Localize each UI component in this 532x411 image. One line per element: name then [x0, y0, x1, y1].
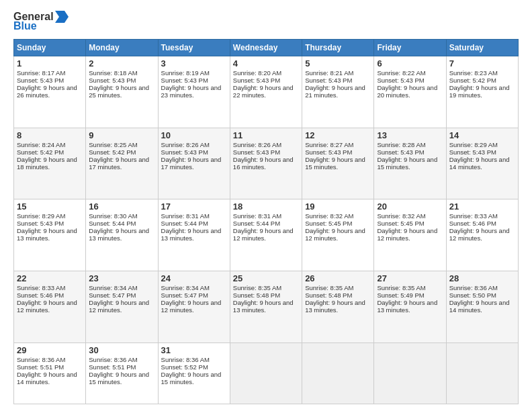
col-header-sunday: Sunday — [14, 40, 86, 56]
sunrise-label: Sunrise: 8:32 AM — [305, 212, 353, 220]
daylight-label: Daylight: 9 hours and 15 minutes. — [377, 156, 437, 171]
day-number: 4 — [233, 58, 299, 68]
daylight-label: Daylight: 9 hours and 17 minutes. — [89, 156, 149, 171]
day-number: 13 — [377, 130, 443, 140]
calendar-cell: 12Sunrise: 8:27 AMSunset: 5:43 PMDayligh… — [302, 128, 374, 199]
sunset-label: Sunset: 5:46 PM — [449, 220, 496, 227]
sunset-label: Sunset: 5:42 PM — [17, 148, 64, 156]
daylight-label: Daylight: 9 hours and 17 minutes. — [161, 156, 222, 171]
calendar-cell: 7Sunrise: 8:23 AMSunset: 5:42 PMDaylight… — [446, 56, 518, 128]
sunset-label: Sunset: 5:47 PM — [161, 291, 208, 299]
sunrise-label: Sunrise: 8:33 AM — [449, 212, 498, 220]
sunrise-label: Sunrise: 8:28 AM — [377, 141, 425, 148]
calendar-cell: 24Sunrise: 8:34 AMSunset: 5:47 PMDayligh… — [158, 271, 230, 343]
calendar-cell: 31Sunrise: 8:36 AMSunset: 5:52 PMDayligh… — [158, 342, 230, 404]
daylight-label: Daylight: 9 hours and 19 minutes. — [449, 84, 510, 99]
sunrise-label: Sunrise: 8:35 AM — [305, 284, 353, 291]
day-number: 1 — [17, 58, 83, 68]
sunrise-label: Sunrise: 8:24 AM — [17, 141, 65, 148]
sunrise-label: Sunrise: 8:22 AM — [377, 69, 425, 77]
col-header-wednesday: Wednesday — [230, 40, 302, 56]
day-number: 24 — [161, 273, 227, 283]
calendar-cell: 28Sunrise: 8:36 AMSunset: 5:50 PMDayligh… — [446, 271, 518, 343]
day-number: 10 — [161, 130, 227, 140]
calendar-cell: 14Sunrise: 8:29 AMSunset: 5:43 PMDayligh… — [446, 128, 518, 199]
calendar-cell: 6Sunrise: 8:22 AMSunset: 5:43 PMDaylight… — [374, 56, 446, 128]
day-number: 7 — [449, 58, 515, 68]
daylight-label: Daylight: 9 hours and 13 minutes. — [233, 299, 294, 314]
day-number: 3 — [161, 58, 227, 68]
daylight-label: Daylight: 9 hours and 14 minutes. — [449, 156, 510, 171]
sunrise-label: Sunrise: 8:20 AM — [233, 69, 281, 77]
day-number: 29 — [17, 345, 83, 355]
daylight-label: Daylight: 9 hours and 15 minutes. — [305, 156, 365, 171]
calendar-cell: 4Sunrise: 8:20 AMSunset: 5:43 PMDaylight… — [230, 56, 302, 128]
daylight-label: Daylight: 9 hours and 26 minutes. — [17, 84, 77, 99]
daylight-label: Daylight: 9 hours and 22 minutes. — [233, 84, 294, 99]
sunrise-label: Sunrise: 8:35 AM — [233, 284, 281, 291]
logo-container: General Blue — [13, 11, 69, 32]
day-number: 9 — [89, 130, 154, 140]
sunset-label: Sunset: 5:43 PM — [305, 148, 352, 156]
daylight-label: Daylight: 9 hours and 12 minutes. — [377, 227, 437, 242]
sunrise-label: Sunrise: 8:17 AM — [17, 69, 65, 77]
sunrise-label: Sunrise: 8:31 AM — [161, 212, 210, 220]
col-header-monday: Monday — [86, 40, 158, 56]
col-header-thursday: Thursday — [302, 40, 374, 56]
sunset-label: Sunset: 5:52 PM — [161, 363, 208, 371]
sunset-label: Sunset: 5:43 PM — [89, 77, 136, 84]
calendar-cell — [374, 342, 446, 404]
sunset-label: Sunset: 5:43 PM — [17, 77, 64, 84]
sunset-label: Sunset: 5:47 PM — [89, 291, 136, 299]
calendar-table: SundayMondayTuesdayWednesdayThursdayFrid… — [13, 39, 519, 404]
calendar-cell: 13Sunrise: 8:28 AMSunset: 5:43 PMDayligh… — [374, 128, 446, 199]
day-number: 21 — [449, 201, 515, 212]
calendar-cell: 3Sunrise: 8:19 AMSunset: 5:43 PMDaylight… — [158, 56, 230, 128]
day-number: 15 — [17, 201, 83, 212]
day-number: 8 — [17, 130, 83, 140]
sunset-label: Sunset: 5:46 PM — [17, 291, 64, 299]
daylight-label: Daylight: 9 hours and 13 minutes. — [17, 227, 77, 242]
sunset-label: Sunset: 5:45 PM — [377, 220, 424, 227]
sunset-label: Sunset: 5:43 PM — [377, 148, 424, 156]
sunrise-label: Sunrise: 8:36 AM — [161, 356, 210, 363]
sunrise-label: Sunrise: 8:26 AM — [161, 141, 210, 148]
day-number: 17 — [161, 201, 227, 212]
logo-blue: Blue — [13, 20, 37, 32]
day-number: 26 — [305, 273, 371, 283]
day-number: 25 — [233, 273, 299, 283]
sunrise-label: Sunrise: 8:30 AM — [89, 212, 137, 220]
sunset-label: Sunset: 5:43 PM — [377, 77, 424, 84]
day-number: 23 — [89, 273, 154, 283]
sunset-label: Sunset: 5:51 PM — [17, 363, 64, 371]
calendar-cell: 29Sunrise: 8:36 AMSunset: 5:51 PMDayligh… — [14, 342, 86, 404]
daylight-label: Daylight: 9 hours and 25 minutes. — [89, 84, 149, 99]
day-number: 12 — [305, 130, 371, 140]
calendar-cell: 21Sunrise: 8:33 AMSunset: 5:46 PMDayligh… — [446, 199, 518, 271]
calendar-cell: 19Sunrise: 8:32 AMSunset: 5:45 PMDayligh… — [302, 199, 374, 271]
daylight-label: Daylight: 9 hours and 13 minutes. — [377, 299, 437, 314]
calendar-cell: 27Sunrise: 8:35 AMSunset: 5:49 PMDayligh… — [374, 271, 446, 343]
daylight-label: Daylight: 9 hours and 13 minutes. — [89, 227, 149, 242]
sunrise-label: Sunrise: 8:34 AM — [161, 284, 210, 291]
day-number: 2 — [89, 58, 154, 68]
sunset-label: Sunset: 5:50 PM — [449, 291, 496, 299]
sunrise-label: Sunrise: 8:36 AM — [17, 356, 65, 363]
sunrise-label: Sunrise: 8:23 AM — [449, 69, 498, 77]
calendar-cell: 20Sunrise: 8:32 AMSunset: 5:45 PMDayligh… — [374, 199, 446, 271]
sunrise-label: Sunrise: 8:36 AM — [89, 356, 137, 363]
calendar-cell: 30Sunrise: 8:36 AMSunset: 5:51 PMDayligh… — [86, 342, 158, 404]
calendar-cell: 9Sunrise: 8:25 AMSunset: 5:42 PMDaylight… — [86, 128, 158, 199]
svg-marker-0 — [55, 11, 69, 23]
sunrise-label: Sunrise: 8:18 AM — [89, 69, 137, 77]
sunset-label: Sunset: 5:48 PM — [305, 291, 352, 299]
sunset-label: Sunset: 5:43 PM — [17, 220, 64, 227]
day-number: 19 — [305, 201, 371, 212]
calendar-cell: 16Sunrise: 8:30 AMSunset: 5:44 PMDayligh… — [86, 199, 158, 271]
daylight-label: Daylight: 9 hours and 14 minutes. — [449, 299, 510, 314]
day-number: 30 — [89, 345, 154, 355]
sunrise-label: Sunrise: 8:31 AM — [233, 212, 281, 220]
sunrise-label: Sunrise: 8:36 AM — [449, 284, 498, 291]
logo-arrow-icon — [55, 11, 69, 23]
daylight-label: Daylight: 9 hours and 18 minutes. — [17, 156, 77, 171]
